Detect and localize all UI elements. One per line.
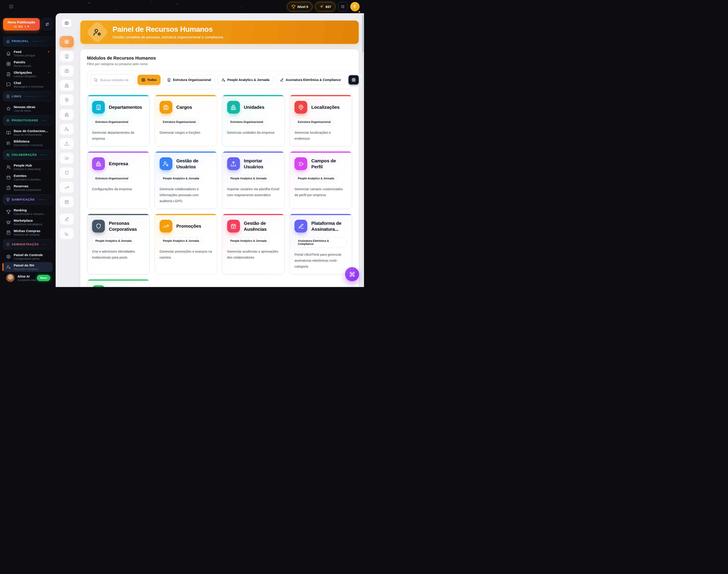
sidebar-top: Nova Publicação Alt + P <box>3 18 52 31</box>
app-body: Nova Publicação Alt + P PRINCIPALFeedTim… <box>0 13 364 287</box>
rail-item-calendar-check[interactable] <box>60 196 74 208</box>
sidebar-item-base-de-conhecime[interactable]: Base de Conhecime...Base de conhecimento <box>3 128 52 138</box>
module-card-localizacoes[interactable]: LocalizaçõesEstrutura OrganizacionalGere… <box>290 95 352 147</box>
section-label: LINKS <box>12 95 22 98</box>
section-header-produtividade[interactable]: PRODUTIVIDADE <box>3 115 52 126</box>
panel-left-icon <box>65 21 69 25</box>
sidebar-item-title: Marketplace <box>14 219 42 222</box>
sidebar-item-minhas-compras[interactable]: Minhas ComprasHistórico de compras <box>3 228 52 238</box>
card-header: Gestão de Ausências <box>227 220 280 233</box>
sidebar-item-obrigacoes[interactable]: ObrigaçõesLeituras obrigatóri... <box>3 69 52 79</box>
user-avatar[interactable]: F <box>350 2 359 11</box>
shield-icon <box>6 243 10 246</box>
sidebar-item-marketplace[interactable]: MarketplaceBenefícios estratégicos <box>3 217 52 227</box>
rail-item-building[interactable] <box>60 50 74 62</box>
sidebar-item-subtitle: Reservas corporativas <box>14 189 41 192</box>
rail-collapse-button[interactable] <box>62 19 72 27</box>
module-card-plataforma-de-assinatura[interactable]: Plataforma de Assinatura...Assinatura El… <box>290 214 352 275</box>
rail-item-building-2[interactable] <box>60 109 74 120</box>
module-card-relatorios-de-assinatura[interactable]: Relatórios de Assinatura...Assinatura El… <box>87 279 150 287</box>
card-category-badge: Estrutura Organizacional <box>160 118 199 126</box>
filter-chip-people-analytics-jornada[interactable]: People Analytics & Jornada <box>218 75 273 85</box>
rail-item-pen-line[interactable] <box>60 213 74 225</box>
trophy-icon <box>6 198 10 201</box>
page-title: Painel de Recursos Humanos <box>113 25 224 34</box>
card-category-badge: Estrutura Organizacional <box>295 118 334 126</box>
sidebar-collapse-button[interactable] <box>8 4 14 9</box>
rail-item-map-pin[interactable] <box>60 94 74 106</box>
panel-left-icon <box>9 4 13 9</box>
sidebar-item-eventos[interactable]: EventosCalendário e reuniões <box>3 172 52 182</box>
filter-chip-todos[interactable]: Todos <box>138 75 160 85</box>
scrollbar-thumb[interactable] <box>362 15 364 52</box>
module-card-unidades[interactable]: UnidadesEstrutura OrganizacionalGerencia… <box>222 95 285 147</box>
sidebar-item-text: Painel de ControleConfigurações gerais <box>14 253 43 260</box>
card-title: Localizações <box>311 104 340 110</box>
scrollbar[interactable] <box>362 13 364 287</box>
points-badge[interactable]: 837 <box>315 2 335 11</box>
sidebar-settings-button[interactable] <box>42 18 52 31</box>
calendar-icon <box>6 175 11 180</box>
rail-item-layout-grid[interactable] <box>60 36 74 47</box>
module-card-cargos[interactable]: CargosEstrutura OrganizacionalGerenciar … <box>155 95 217 147</box>
module-card-departamentos[interactable]: DepartamentosEstrutura OrganizacionalGer… <box>87 95 150 147</box>
sidebar-item-biblioteca[interactable]: BibliotecaDocumentos e recursos <box>3 138 52 148</box>
rail-item-user-cog[interactable] <box>60 123 74 135</box>
level-badge[interactable]: Nível 5 <box>287 2 312 11</box>
module-card-importar-usuarios[interactable]: Importar UsuáriosPeople Analytics & Jorn… <box>222 151 285 209</box>
section-header-administracao[interactable]: ADMINISTRAÇÃO <box>3 239 52 249</box>
rail-item-shield[interactable] <box>60 167 74 178</box>
grid-view-button[interactable] <box>349 75 359 84</box>
rail-item-list-plus[interactable] <box>60 153 74 164</box>
module-card-campos-de-perfil[interactable]: Campos de PerfilPeople Analytics & Jorna… <box>290 151 352 209</box>
sidebar-item-painel-de-controle[interactable]: Painel de ControleConfigurações gerais <box>3 252 52 262</box>
sidebar-item-text: ObrigaçõesLeituras obrigatóri... <box>14 71 38 78</box>
apps-grid-button[interactable] <box>338 2 347 11</box>
building-icon <box>95 104 102 110</box>
filter-chip-estrutura-organizacional[interactable]: Estrutura Organizacional <box>163 75 215 85</box>
section-header-gamificacao[interactable]: GAMIFICAÇÃO <box>3 195 52 205</box>
module-card-gestao-de-usuarios[interactable]: Gestão de UsuáriosPeople Analytics & Jor… <box>155 151 217 209</box>
sidebar-item-reservas[interactable]: ReservasReservas corporativas <box>3 183 52 193</box>
clipboard-list-icon <box>6 186 11 190</box>
sidebar-item-feed[interactable]: FeedTimeline principal <box>3 48 52 58</box>
command-fab[interactable] <box>345 267 359 281</box>
search-input[interactable] <box>100 78 132 82</box>
sidebar-item-title: Painel de Controle <box>14 253 43 257</box>
filter-chip-assinatura-eletronica-compliance[interactable]: Assinatura Eletrônica & Compliance <box>276 75 345 85</box>
module-card-personas-corporativas[interactable]: Personas CorporativasPeople Analytics & … <box>87 214 150 275</box>
sidebar-item-painel-do-rh[interactable]: Painel do RHRecursos Humanos <box>3 262 52 272</box>
rail-item-upload[interactable] <box>60 138 74 149</box>
sidebar-item-text: MarketplaceBenefícios estratégicos <box>14 219 42 226</box>
sidebar-item-title: People Hub <box>14 163 41 167</box>
section-header-links[interactable]: LINKS <box>3 91 52 101</box>
module-card-empresa[interactable]: EmpresaEstrutura OrganizacionalConfigura… <box>87 151 150 209</box>
sidebar-item-ranking[interactable]: RankingClassificação e conquist... <box>3 207 52 217</box>
rail-item-briefcase[interactable] <box>60 65 74 77</box>
rail-item-building-2[interactable] <box>60 80 74 91</box>
sidebar-item-text: ChatMensagens e conversas <box>14 81 44 88</box>
sidebar-item-chat[interactable]: ChatMensagens e conversas <box>3 80 52 90</box>
calendar-check-icon <box>230 223 236 229</box>
star-icon <box>6 106 11 111</box>
building-icon <box>167 78 171 82</box>
section-divider <box>42 120 49 121</box>
sidebar-item-nossas-obras[interactable]: Nossas obrasLista de obras <box>3 104 52 114</box>
section-header-colaboracao[interactable]: COLABORAÇÃO <box>3 150 52 160</box>
section-header-principal[interactable]: PRINCIPAL <box>3 36 52 46</box>
sidebar-item-people-hub[interactable]: People HubDiretório e networking <box>3 162 52 172</box>
module-card-gestao-de-ausencias[interactable]: Gestão de AusênciasPeople Analytics & Jo… <box>222 214 285 275</box>
rail-item-trending-up[interactable] <box>60 181 74 193</box>
sidebar-item-paineis[interactable]: PainéisMurais visuais <box>3 59 52 69</box>
new-publication-button[interactable]: Nova Publicação Alt + P <box>3 18 40 31</box>
sidebar-item-aline-ai[interactable]: Aline AIAssistente Intel...Novo <box>3 273 52 283</box>
file-text-icon <box>6 72 11 77</box>
card-description: Gerenciar campos customizados do perfil … <box>295 186 347 198</box>
card-title: Unidades <box>244 104 264 110</box>
pen-line-icon <box>65 217 69 221</box>
rail-item-bar-chart[interactable] <box>60 228 74 239</box>
banner-text: Painel de Recursos Humanos Gestão comple… <box>113 25 224 39</box>
module-card-promocoes[interactable]: PromoçõesPeople Analytics & JornadaGeren… <box>155 214 217 275</box>
module-cards-grid: DepartamentosEstrutura OrganizacionalGer… <box>87 95 352 287</box>
section-label: PRODUTIVIDADE <box>12 119 38 122</box>
